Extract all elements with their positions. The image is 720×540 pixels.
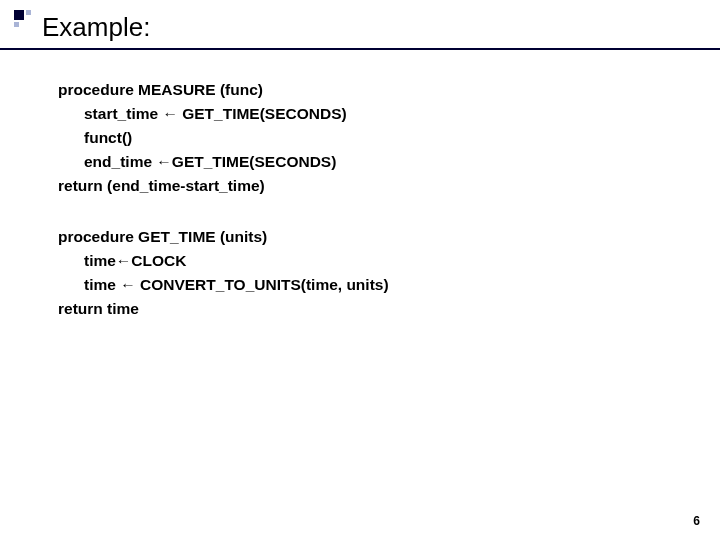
title-divider <box>0 48 720 50</box>
kw-procedure: procedure <box>58 81 134 98</box>
code-block-measure: procedure MEASURE (func) start_time ← GE… <box>58 78 347 198</box>
code-line: time ← CONVERT_TO_UNITS(time, units) <box>58 273 389 297</box>
kw-procedure: procedure <box>58 228 134 245</box>
page-title: Example: <box>42 12 150 43</box>
code-line: funct() <box>58 126 347 150</box>
proc-name-measure: MEASURE (func) <box>134 81 263 98</box>
code-line: start_time ← GET_TIME(SECONDS) <box>58 102 347 126</box>
slide-bullet-icon <box>14 10 36 32</box>
kw-return: return <box>58 300 103 317</box>
return-expr: (end_time-start_time) <box>103 177 265 194</box>
code-line: end_time ←GET_TIME(SECONDS) <box>58 150 347 174</box>
code-line: time←CLOCK <box>58 249 389 273</box>
return-expr: time <box>103 300 139 317</box>
kw-return: return <box>58 177 103 194</box>
page-number: 6 <box>693 514 700 528</box>
code-block-gettime: procedure GET_TIME (units) time←CLOCK ti… <box>58 225 389 321</box>
proc-name-gettime: GET_TIME (units) <box>134 228 267 245</box>
